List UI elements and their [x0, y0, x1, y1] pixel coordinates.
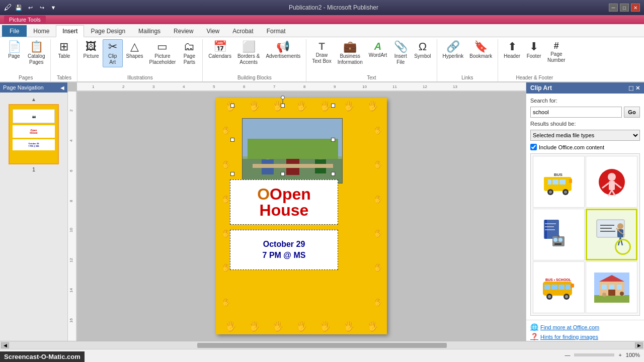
draw-text-box-button[interactable]: T DrawText Box — [309, 39, 334, 66]
right-border-decoration: 🖐 🖐 🖐 🖐 🖐 🖐 — [370, 113, 384, 319]
clip-art-button[interactable]: ✂ ClipArt — [103, 39, 123, 67]
clip-item-book-robot[interactable] — [533, 209, 585, 260]
footer-button[interactable]: ⬇ Footer — [524, 39, 544, 61]
bookmark-icon: 🔖 — [474, 41, 488, 52]
clip-art-grid: BUS — [530, 153, 640, 316]
svg-rect-45 — [569, 179, 572, 183]
building-blocks-buttons: 📅 Calendars ⬜ Borders &Accents 📢 Adverti… — [206, 39, 303, 75]
ruler-top: 1 2 3 4 5 6 7 8 9 10 11 12 13 — [77, 82, 526, 92]
clip-item-bus1[interactable]: BUS — [533, 156, 585, 208]
zoom-out-btn[interactable]: — — [565, 352, 570, 358]
tab-file[interactable]: File — [2, 25, 27, 37]
clip-art-panel: Clip Art ⬚ ✕ Search for: Go Results shou… — [526, 82, 644, 341]
redo-quick-btn[interactable]: ↪ — [37, 3, 47, 13]
scroll-right-btn[interactable]: ▶ — [635, 342, 643, 348]
svg-text:14: 14 — [69, 288, 73, 293]
advertisements-button[interactable]: 📢 Advertisements — [263, 39, 303, 61]
page-number-button[interactable]: # PageNumber — [545, 39, 568, 65]
symbol-button[interactable]: Ω Symbol — [412, 39, 433, 61]
bookmark-button[interactable]: 🔖 Bookmark — [467, 39, 495, 61]
svg-point-48 — [608, 173, 616, 181]
picture-placeholder-button[interactable]: ▭ PicturePlaceholder — [147, 39, 179, 67]
minimize-button[interactable]: ─ — [609, 4, 618, 12]
svg-rect-15 — [68, 92, 77, 341]
quick-access-toolbar[interactable]: 🖊 💾 ↩ ↪ ▼ — [4, 3, 58, 13]
links-buttons: 🔗 Hyperlink 🔖 Bookmark — [440, 39, 495, 75]
links-group-label: Links — [440, 75, 495, 81]
go-button[interactable]: Go — [624, 107, 640, 118]
text-buttons: T DrawText Box 💼 BusinessInformation A W… — [309, 39, 433, 75]
symbol-icon: Ω — [419, 41, 427, 52]
tab-insert[interactable]: Insert — [56, 25, 84, 37]
tab-home[interactable]: Home — [27, 25, 56, 37]
maximize-button[interactable]: □ — [620, 4, 629, 12]
shapes-button[interactable]: △ Shapes — [124, 39, 146, 61]
bottom-border-decoration: 🖐 🖐 🖐 🖐 🖐 🖐 🖐 — [218, 321, 384, 332]
tables-group-label: Tables — [54, 75, 74, 81]
table-button[interactable]: ⊞ Table — [54, 39, 74, 61]
close-button[interactable]: ✕ — [631, 4, 640, 12]
svg-text:6: 6 — [243, 84, 246, 89]
open-house-textbox[interactable]: OOpen House — [230, 179, 338, 225]
scroll-up-btn[interactable]: ▲ — [4, 97, 63, 102]
tab-format[interactable]: Format — [260, 25, 292, 37]
borders-icon: ⬜ — [242, 41, 256, 52]
undo-quick-btn[interactable]: ↩ — [25, 3, 35, 13]
svg-rect-87 — [594, 295, 629, 303]
svg-rect-90 — [602, 285, 607, 290]
ribbon-group-building-blocks: 📅 Calendars ⬜ Borders &Accents 📢 Adverti… — [204, 39, 306, 81]
business-info-button[interactable]: 💼 BusinessInformation — [335, 39, 365, 67]
date-textbox[interactable]: October 29 7 PM @ MS — [230, 230, 338, 270]
shapes-icon: △ — [130, 41, 139, 52]
clip-item-teacher[interactable] — [586, 209, 637, 260]
svg-rect-39 — [559, 179, 566, 185]
svg-point-95 — [620, 292, 624, 296]
panel-close-btn[interactable]: ✕ — [635, 85, 640, 92]
clip-item-bus2[interactable]: BUS • SCHOOL — [533, 261, 585, 313]
save-quick-btn[interactable]: 💾 — [14, 3, 24, 13]
picture-button[interactable]: 🖼 Picture — [80, 39, 101, 61]
tab-page-design[interactable]: Page Design — [84, 25, 132, 37]
tab-mailings[interactable]: Mailings — [132, 25, 167, 37]
tab-review[interactable]: Review — [167, 25, 200, 37]
tab-view[interactable]: View — [200, 25, 226, 37]
catalog-pages-button[interactable]: 📋 CatalogPages — [25, 39, 47, 67]
scrollbar-thumb[interactable] — [197, 343, 447, 348]
canvas-content[interactable]: 🖐 🖐 🖐 🖐 🖐 🖐 🖐 🖐 🖐 🖐 🖐 🖐 🖐 🖐 — [77, 92, 526, 341]
zoom-in-btn[interactable]: + — [618, 352, 621, 358]
table-icon: ⊞ — [59, 41, 68, 52]
more-quick-btn[interactable]: ▼ — [48, 3, 58, 13]
calendars-button[interactable]: 📅 Calendars — [206, 39, 234, 61]
include-office-checkbox[interactable] — [530, 144, 537, 150]
header-footer-label: Header & Footer — [501, 75, 568, 81]
wordart-button[interactable]: A WordArt — [366, 39, 390, 60]
scrollbar-track[interactable] — [10, 343, 634, 348]
photo-placeholder[interactable] — [242, 118, 343, 184]
borders-accents-button[interactable]: ⬜ Borders &Accents — [235, 39, 262, 67]
svg-rect-85 — [571, 284, 574, 288]
find-more-link[interactable]: 🌐 Find more at Office.com — [530, 323, 640, 331]
hints-link[interactable]: ❓ Hints for finding images — [530, 333, 640, 340]
clip-item-red-circle[interactable] — [586, 156, 637, 208]
clip-item-school[interactable] — [586, 261, 637, 313]
zoom-slider[interactable] — [574, 353, 614, 356]
page-button[interactable]: 📄 Page — [4, 39, 24, 61]
svg-text:2: 2 — [69, 109, 73, 112]
panel-undock-btn[interactable]: ⬚ — [628, 85, 633, 92]
header-icon: ⬆ — [508, 41, 517, 52]
svg-text:10: 10 — [362, 84, 367, 89]
tab-acrobat[interactable]: Acrobat — [226, 25, 260, 37]
ribbon: 📄 Page 📋 CatalogPages Pages ⊞ Table Tabl… — [0, 37, 644, 82]
wordart-icon: A — [374, 41, 381, 51]
nav-collapse-btn[interactable]: ◀ — [60, 85, 64, 90]
page-thumbnail-1[interactable]: 📷 Open House October 29 7 PM @ MS — [9, 104, 59, 164]
media-type-select[interactable]: Selected media file types — [530, 130, 640, 141]
svg-point-42 — [549, 191, 552, 194]
search-input[interactable] — [530, 107, 622, 118]
scroll-left-btn[interactable]: ◀ — [1, 342, 9, 348]
page-parts-button[interactable]: 🗂 PageParts — [179, 39, 199, 67]
ribbon-group-header-footer: ⬆ Header ⬇ Footer # PageNumber Header & … — [499, 39, 571, 81]
hyperlink-button[interactable]: 🔗 Hyperlink — [440, 39, 466, 61]
header-button[interactable]: ⬆ Header — [501, 39, 523, 61]
insert-file-button[interactable]: 📎 InsertFile — [390, 39, 411, 67]
